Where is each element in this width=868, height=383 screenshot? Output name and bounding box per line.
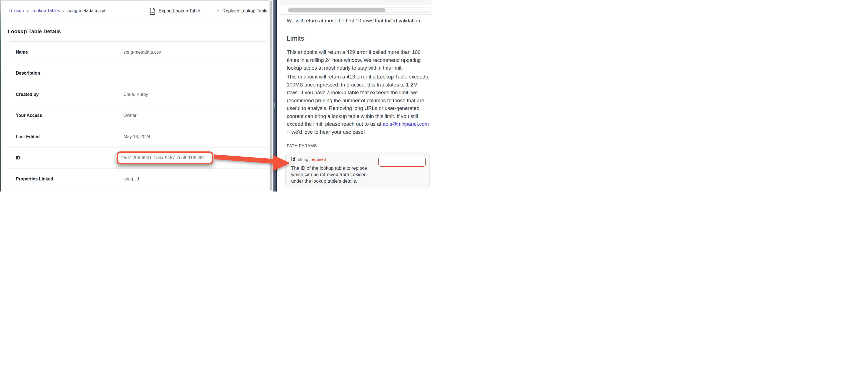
docs-header-divider	[280, 14, 432, 15]
apis-mixpanel-email-link[interactable]: apis@mixpanel.com	[383, 121, 429, 127]
replace-lookup-table-button[interactable]: ↑ Replace Lookup Table	[217, 1, 268, 21]
upload-arrow-icon: ↑	[217, 8, 219, 14]
param-header: id string required	[291, 156, 326, 162]
id-highlight-annotation: 25d7f2b6-6901-4e8a-9457-7cbf931f8c90	[117, 151, 213, 164]
row-label: Name	[16, 50, 28, 55]
param-description: The ID of the lookup table to replace wh…	[291, 165, 374, 184]
table-row-last-edited: Last Edited May 13, 2024	[8, 126, 268, 147]
breadcrumb-separator-icon: ›	[63, 8, 65, 13]
id-value: 25d7f2b6-6901-4e8a-9457-7cbf931f8c90	[121, 155, 204, 160]
table-row-description: Description	[8, 63, 268, 84]
row-label: ID	[16, 155, 20, 161]
param-required-badge: required	[311, 157, 326, 162]
row-label: Description	[16, 71, 40, 76]
song-id-link[interactable]: song_id	[123, 177, 139, 181]
row-value: May 13, 2024	[123, 134, 150, 139]
param-name: id	[291, 156, 296, 162]
lookup-table-details-card: Name song-metadata.csv Description Creat…	[8, 41, 268, 188]
row-value: Owner	[123, 113, 136, 118]
param-id-input[interactable]	[378, 157, 426, 167]
csv-file-icon: csv	[150, 7, 156, 15]
path-param-card: id string required The ID of the lookup …	[285, 152, 430, 188]
docs-header-band	[280, 0, 432, 5]
limits-paragraph-1: This endpoint will return a 429 error if…	[287, 48, 431, 72]
window-divider	[273, 0, 277, 192]
svg-text:csv: csv	[151, 11, 154, 13]
page-title: Lookup Table Details	[8, 29, 61, 35]
docs-intro-text: We will return at most the first 10 rows…	[287, 17, 431, 25]
divider-scrollbar-thumb[interactable]	[274, 103, 275, 107]
limits-paragraph-2-tail: -- we'd love to hear your use case!	[287, 129, 365, 135]
table-row-your-access: Your Access Owner	[8, 105, 268, 127]
breadcrumb-current-item: song-metadata.csv	[67, 8, 105, 13]
path-params-label: PATH PARAMS	[287, 143, 317, 148]
limits-paragraph-2-text: This endpoint will return a 413 error if…	[287, 74, 428, 127]
left-scrollbar-thumb[interactable]	[270, 1, 272, 190]
table-row-properties-linked: Properties Linked song_id	[8, 169, 268, 189]
docs-horizontal-scrollbar-thumb[interactable]	[288, 8, 385, 12]
row-label: Properties Linked	[16, 177, 53, 181]
row-label: Last Edited	[16, 134, 39, 139]
breadcrumb-lookup-tables-link[interactable]: Lookup Tables	[32, 8, 60, 13]
replace-button-label: Replace Lookup Table	[222, 8, 268, 13]
row-value: Chua, Kurby	[123, 92, 148, 97]
table-row-name: Name song-metadata.csv	[8, 42, 268, 63]
breadcrumb-separator-icon: ›	[27, 8, 29, 13]
breadcrumb-lexicon-link[interactable]: Lexicon	[8, 8, 24, 13]
row-value: song-metadata.csv	[123, 50, 161, 55]
export-lookup-table-button[interactable]: csv Export Lookup Table	[150, 1, 200, 21]
limits-paragraph-2: This endpoint will return a 413 error if…	[287, 73, 431, 136]
limits-heading: Limits	[287, 35, 304, 42]
table-row-created-by: Created by Chua, Kurby	[8, 84, 268, 105]
export-button-label: Export Lookup Table	[159, 8, 200, 13]
param-type: string	[298, 157, 308, 162]
row-label: Created by	[16, 92, 39, 97]
row-label: Your Access	[16, 113, 42, 118]
